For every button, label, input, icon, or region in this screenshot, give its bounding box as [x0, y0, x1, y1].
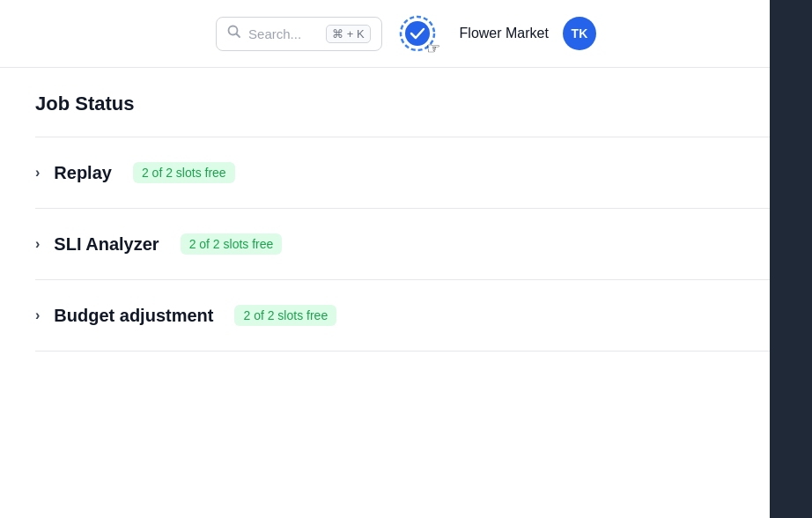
chevron-right-icon: ›	[35, 165, 40, 181]
search-icon	[227, 25, 241, 42]
main-content: Job Status › Replay 2 of 2 slots free › …	[0, 68, 812, 352]
search-bar[interactable]: Search... ⌘ + K	[216, 17, 382, 51]
header: Search... ⌘ + K ☞ Flower Market TK	[0, 0, 812, 68]
slots-badge: 2 of 2 slots free	[181, 233, 283, 255]
job-item-budget-adjustment[interactable]: › Budget adjustment 2 of 2 slots free	[35, 280, 777, 352]
slots-badge: 2 of 2 slots free	[234, 305, 336, 326]
search-placeholder: Search...	[248, 26, 301, 41]
job-item-sli-analyzer[interactable]: › SLI Analyzer 2 of 2 slots free	[35, 209, 777, 280]
svg-line-1	[237, 34, 240, 38]
job-list: › Replay 2 of 2 slots free › SLI Analyze…	[35, 137, 777, 352]
job-name: Budget adjustment	[54, 306, 213, 326]
page-title: Job Status	[35, 92, 777, 115]
job-name: Replay	[54, 163, 112, 183]
status-icon-button[interactable]: ☞	[396, 12, 439, 55]
chevron-right-icon: ›	[35, 307, 40, 323]
keyboard-shortcut: ⌘ + K	[326, 25, 371, 43]
slots-badge: 2 of 2 slots free	[133, 162, 235, 183]
right-panel	[770, 0, 812, 518]
workspace-name: Flower Market	[460, 26, 549, 41]
job-item-replay[interactable]: › Replay 2 of 2 slots free	[35, 137, 777, 209]
avatar[interactable]: TK	[563, 17, 596, 50]
cursor-hand-icon: ☞	[426, 39, 440, 58]
job-name: SLI Analyzer	[54, 234, 159, 255]
chevron-right-icon: ›	[35, 236, 40, 252]
